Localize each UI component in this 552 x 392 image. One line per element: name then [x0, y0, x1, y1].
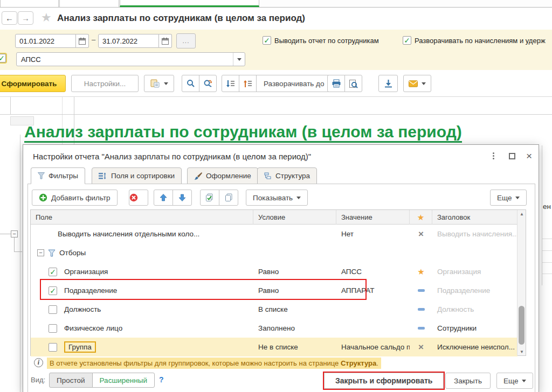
- date-to-calendar-icon[interactable]: [159, 34, 172, 48]
- close-button[interactable]: Закрыть: [445, 373, 491, 389]
- show-menu-caret-icon: [296, 197, 301, 199]
- date-from-calendar-icon[interactable]: [76, 34, 89, 48]
- group-collapse-icon[interactable]: −: [37, 249, 44, 256]
- collapse-rows-icon: [226, 79, 235, 88]
- field-cell: ✓Организация: [31, 262, 253, 281]
- scroll-thumb[interactable]: [519, 306, 525, 345]
- tree-line: [0, 234, 11, 234]
- app-tab[interactable]: [59, 0, 119, 7]
- column-header-flag-star-icon[interactable]: ★: [410, 210, 432, 225]
- date-range-dash: –: [92, 36, 95, 44]
- move-up-button[interactable]: [154, 190, 173, 206]
- dialog-close-icon[interactable]: ×: [526, 151, 532, 161]
- move-down-button[interactable]: [172, 190, 192, 206]
- field-label: Должность: [64, 305, 101, 313]
- tab-fields-sorting[interactable]: Поля и сортировки: [92, 167, 182, 184]
- favorite-star-icon[interactable]: ★: [41, 11, 52, 25]
- report-gridline: [20, 135, 20, 392]
- tree-line: [14, 237, 15, 252]
- expand-by-accruals-checkbox[interactable]: ✓: [403, 36, 411, 45]
- collapse-rows-button[interactable]: [222, 75, 239, 92]
- uncheck-all-button[interactable]: [219, 190, 238, 206]
- back-button[interactable]: ←: [2, 11, 17, 25]
- print-preview-button[interactable]: [344, 75, 362, 92]
- print-button[interactable]: [327, 75, 345, 92]
- send-email-button[interactable]: [403, 75, 431, 92]
- filter-group-row[interactable]: −Отборы: [31, 243, 518, 262]
- value-cell: Нет: [336, 225, 410, 243]
- field-label: Группа: [64, 341, 96, 353]
- tree-line: [14, 251, 22, 252]
- organization-combo[interactable]: АПСС: [16, 52, 245, 66]
- row-checkbox[interactable]: [49, 343, 57, 352]
- delete-filter-button[interactable]: [129, 190, 148, 206]
- forward-button[interactable]: →: [18, 11, 33, 25]
- tree-collapse-icon[interactable]: −: [11, 230, 18, 237]
- flag-cell: [410, 281, 432, 300]
- x-flag-icon: ×: [418, 229, 424, 239]
- table-scrollbar[interactable]: ▲ ▼: [517, 210, 526, 355]
- view-mode-extended[interactable]: Расширенный: [92, 373, 155, 388]
- reset-search-button[interactable]: [199, 75, 217, 92]
- info-structure-link[interactable]: Структура: [341, 359, 376, 367]
- settings-button[interactable]: Настройки...: [71, 75, 139, 92]
- tab-structure[interactable]: Структура: [257, 167, 317, 184]
- scroll-up-icon[interactable]: ▲: [518, 210, 526, 218]
- save-file-button[interactable]: [378, 75, 398, 92]
- filter-row[interactable]: Выводить начисления отдельными коло...Не…: [31, 225, 518, 243]
- dialog-toolbar-more-button[interactable]: Еще: [490, 190, 527, 206]
- date-to-input[interactable]: 31.07.2022: [98, 34, 159, 48]
- column-header-title[interactable]: Заголовок: [432, 210, 518, 225]
- forward-arrow-icon: →: [22, 13, 30, 23]
- add-filter-button[interactable]: Добавить фильтр: [32, 190, 118, 206]
- report-gridline: [0, 114, 552, 115]
- organization-filter-checkbox[interactable]: ✓: [0, 54, 6, 62]
- flag-cell: ×: [410, 338, 432, 356]
- filter-row[interactable]: ✓ОрганизацияРавноАПСС★Организация: [31, 262, 518, 281]
- envelope-icon: [409, 80, 418, 87]
- delete-icon: [129, 193, 138, 202]
- date-from-input[interactable]: 01.01.2022: [15, 34, 76, 48]
- expand-rows-button[interactable]: [239, 75, 257, 92]
- filter-row[interactable]: ГруппаНе в спискеНачальное сальдо по...×…: [31, 338, 518, 356]
- show-by-employees-checkbox[interactable]: ✓: [263, 36, 271, 45]
- column-header-condition[interactable]: Условие: [253, 210, 336, 225]
- check-all-button[interactable]: [200, 190, 219, 206]
- send-email-caret-icon: [422, 82, 426, 85]
- footer-more-caret-icon: [522, 380, 526, 382]
- app-tab[interactable]: [0, 0, 59, 7]
- filter-row[interactable]: ✓ПодразделениеРавноАППАРАТПодразделение: [31, 281, 518, 300]
- condition-cell: Равно: [253, 281, 336, 300]
- filters-table-header: Поле Условие Значение ★ Заголовок: [31, 210, 526, 225]
- help-link[interactable]: ?: [159, 375, 164, 384]
- filter-row[interactable]: ДолжностьВ спискеДолжность: [31, 300, 518, 319]
- dialog-menu-icon[interactable]: [493, 152, 494, 159]
- dialog-maximize-icon[interactable]: [509, 153, 515, 159]
- filter-row[interactable]: Физическое лицоЗаполненоСотрудники: [31, 319, 518, 338]
- show-menu-button[interactable]: Показывать: [246, 190, 308, 206]
- row-checkbox[interactable]: ✓: [49, 268, 57, 276]
- organization-dropdown-icon[interactable]: [233, 53, 245, 66]
- column-header-field[interactable]: Поле: [31, 210, 253, 225]
- dialog-footer-more-button[interactable]: Еще: [496, 373, 533, 389]
- generate-button[interactable]: Сформировать: [0, 75, 66, 92]
- title-cell: Должность: [432, 300, 518, 319]
- report-variants-button[interactable]: [144, 75, 174, 92]
- tab-appearance[interactable]: Оформление: [187, 167, 258, 184]
- scroll-down-icon[interactable]: ▼: [518, 348, 526, 355]
- title-cell: [432, 243, 518, 262]
- add-icon: [39, 193, 47, 202]
- info-message: В отчете установлены фильтры для группир…: [47, 358, 381, 369]
- tab-filters[interactable]: Фильтры: [31, 167, 85, 184]
- arrow-down-icon: [178, 194, 186, 201]
- search-button[interactable]: [182, 75, 199, 92]
- app-tab-active[interactable]: [120, 0, 259, 7]
- row-checkbox[interactable]: [49, 305, 57, 314]
- view-label: Вид:: [31, 376, 45, 384]
- row-checkbox[interactable]: [49, 324, 57, 333]
- view-mode-simple[interactable]: Простой: [49, 373, 93, 388]
- row-checkbox[interactable]: ✓: [49, 286, 57, 295]
- report-bg-fragment: ен: [543, 202, 551, 211]
- period-more-button[interactable]: ...: [176, 33, 196, 48]
- column-header-value[interactable]: Значение: [336, 210, 410, 225]
